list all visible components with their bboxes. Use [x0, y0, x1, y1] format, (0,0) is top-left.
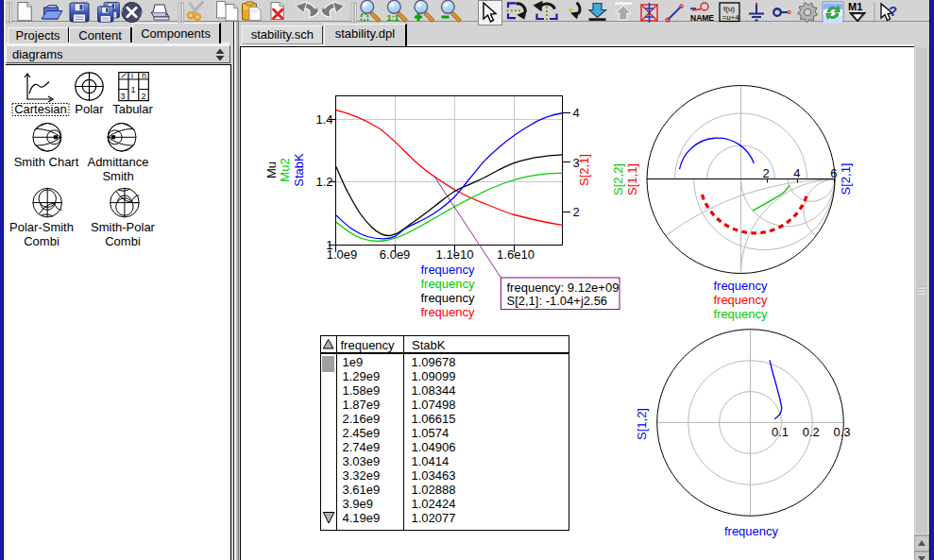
- svg-text:2.74e9: 2.74e9: [343, 440, 381, 454]
- svg-text:1e9: 1e9: [343, 355, 364, 369]
- svg-text:S[2,1]: S[2,1]: [839, 163, 853, 195]
- svg-text:Combi: Combi: [24, 234, 59, 248]
- svg-text:4.19e9: 4.19e9: [343, 511, 381, 525]
- svg-text:1.29e9: 1.29e9: [343, 369, 381, 383]
- svg-text:2: 2: [573, 205, 580, 219]
- svg-text:2.45e9: 2.45e9: [343, 426, 381, 440]
- svg-text:3.03e9: 3.03e9: [343, 454, 381, 468]
- svg-text:Polar: Polar: [75, 102, 104, 116]
- svg-text:frequency: frequency: [713, 307, 768, 321]
- svg-text:1.06615: 1.06615: [412, 412, 456, 426]
- svg-text:S[2,2]: S[2,2]: [611, 163, 625, 195]
- svg-text:1.09678: 1.09678: [412, 355, 456, 369]
- svg-text:frequency: frequency: [420, 291, 475, 305]
- svg-text:1.02888: 1.02888: [412, 483, 456, 497]
- svg-text:i: i: [131, 71, 133, 80]
- svg-text:frequency: frequency: [713, 279, 768, 293]
- svg-text:1.0e9: 1.0e9: [327, 247, 358, 262]
- svg-text:1:1: 1:1: [387, 13, 399, 23]
- svg-text:frequency: frequency: [724, 524, 779, 538]
- svg-text:1.03463: 1.03463: [412, 468, 456, 483]
- svg-text:1.1e10: 1.1e10: [436, 247, 474, 262]
- svg-text:6: 6: [830, 166, 837, 180]
- svg-text:3.61e9: 3.61e9: [343, 483, 381, 497]
- svg-text:Smith Chart: Smith Chart: [14, 155, 79, 169]
- svg-text:Polar-Smith: Polar-Smith: [9, 220, 74, 234]
- svg-text:frequency: 9.12e+09: frequency: 9.12e+09: [507, 280, 620, 295]
- svg-text:Smith-Polar: Smith-Polar: [91, 220, 156, 234]
- svg-text:6.0e9: 6.0e9: [380, 247, 411, 262]
- svg-text:1: 1: [131, 85, 136, 94]
- svg-text:Smith: Smith: [102, 169, 133, 183]
- svg-text:Tabular: Tabular: [112, 102, 153, 116]
- svg-text:4: 4: [793, 166, 800, 180]
- svg-text:0.1: 0.1: [772, 425, 789, 439]
- svg-text:1.2: 1.2: [315, 175, 332, 189]
- svg-text:0.2: 0.2: [803, 425, 820, 439]
- svg-text:1.04906: 1.04906: [412, 440, 456, 454]
- svg-text:1.87e9: 1.87e9: [343, 398, 381, 412]
- svg-text:Combi: Combi: [105, 234, 141, 248]
- svg-text:2.16e9: 2.16e9: [343, 412, 381, 426]
- svg-text:frequency: frequency: [713, 293, 768, 307]
- svg-text:f(u): f(u): [723, 5, 735, 13]
- svg-text:StabK: StabK: [412, 338, 446, 352]
- svg-text:S[1,2]: S[1,2]: [635, 408, 649, 440]
- svg-text:1.09099: 1.09099: [412, 369, 456, 383]
- svg-text:frequency: frequency: [420, 305, 475, 319]
- svg-text:2: 2: [142, 92, 146, 101]
- svg-text:Admittance: Admittance: [87, 155, 148, 169]
- svg-text:S[2,1]: S[2,1]: [577, 154, 591, 186]
- svg-text:3.32e9: 3.32e9: [343, 468, 381, 483]
- svg-text:NAME: NAME: [690, 13, 714, 23]
- svg-text:1.0574: 1.0574: [412, 426, 450, 440]
- svg-text:Cartesian: Cartesian: [14, 102, 67, 116]
- svg-text:1.58e9: 1.58e9: [343, 383, 381, 398]
- svg-text:1.02077: 1.02077: [412, 511, 456, 525]
- svg-text:1.0414: 1.0414: [412, 454, 450, 468]
- svg-text:1.4: 1.4: [315, 112, 332, 127]
- svg-text:S[1,1]: S[1,1]: [625, 163, 639, 195]
- svg-text:Mu2: Mu2: [278, 158, 292, 181]
- svg-text:Mu: Mu: [264, 161, 279, 178]
- svg-text:frequency: frequency: [420, 263, 475, 277]
- svg-text:3: 3: [121, 92, 126, 101]
- svg-text:0.3: 0.3: [833, 425, 850, 439]
- svg-text:M1: M1: [848, 1, 862, 12]
- svg-text:1.02424: 1.02424: [412, 497, 456, 511]
- svg-text:3.9e9: 3.9e9: [343, 497, 374, 511]
- svg-text:n: n: [142, 71, 146, 80]
- svg-text:2: 2: [763, 166, 770, 180]
- svg-text:=u+4: =u+4: [722, 13, 740, 22]
- svg-text:1.08344: 1.08344: [412, 383, 456, 398]
- svg-text:?: ?: [889, 3, 897, 19]
- svg-text:frequency: frequency: [420, 277, 475, 291]
- svg-text:1.07498: 1.07498: [412, 398, 456, 412]
- svg-text:S[2,1]: -1.04+j2.56: S[2,1]: -1.04+j2.56: [507, 294, 608, 308]
- svg-text:4: 4: [573, 106, 580, 120]
- svg-text:StabK: StabK: [292, 153, 306, 187]
- svg-text:frequency: frequency: [341, 338, 396, 352]
- svg-text:1.6e10: 1.6e10: [497, 247, 535, 262]
